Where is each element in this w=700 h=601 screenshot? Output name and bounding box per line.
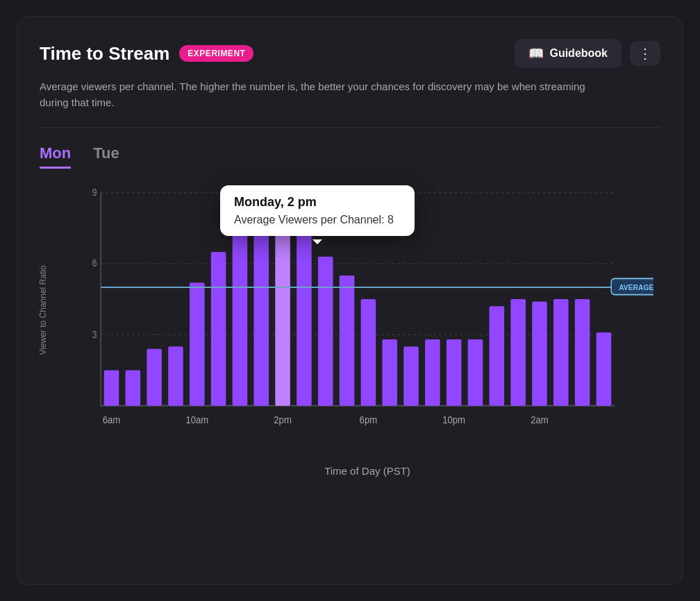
more-button[interactable]: ⋮: [630, 41, 660, 66]
svg-rect-20: [361, 299, 376, 406]
svg-rect-9: [126, 370, 141, 405]
svg-rect-16: [275, 221, 290, 406]
svg-rect-24: [447, 339, 462, 406]
divider: [40, 127, 660, 128]
svg-text:2pm: 2pm: [274, 414, 292, 425]
svg-text:10am: 10am: [185, 414, 208, 425]
guidebook-label: Guidebook: [549, 47, 608, 60]
svg-rect-13: [211, 252, 226, 406]
svg-rect-17: [297, 221, 312, 406]
svg-text:AVERAGE: 5: AVERAGE: 5: [619, 283, 653, 292]
tab-mon[interactable]: Mon: [40, 144, 71, 169]
svg-text:6pm: 6pm: [360, 414, 378, 425]
experiment-badge: EXPERIMENT: [179, 45, 253, 62]
svg-rect-12: [190, 282, 205, 405]
day-tabs: Mon Tue Wed Thu Fri Sat Sun: [40, 144, 660, 169]
svg-rect-14: [233, 235, 248, 406]
more-icon: ⋮: [638, 46, 652, 61]
page-title: Time to Stream: [40, 43, 169, 65]
svg-text:10pm: 10pm: [442, 414, 465, 425]
book-icon: 📖: [528, 46, 544, 61]
tab-tue[interactable]: Tue: [93, 144, 119, 169]
svg-rect-15: [253, 221, 269, 406]
chart-area: Monday, 2 pm Average Viewers per Channel…: [81, 185, 653, 435]
main-card: Time to Stream EXPERIMENT 📖 Guidebook ⋮ …: [17, 16, 683, 585]
guidebook-button[interactable]: 📖 Guidebook: [515, 39, 622, 68]
svg-rect-23: [425, 339, 440, 406]
svg-rect-19: [340, 276, 355, 406]
header: Time to Stream EXPERIMENT 📖 Guidebook ⋮: [40, 39, 660, 68]
chart-container: Viewer to Channel Ratio Monday, 2 pm Ave…: [40, 185, 660, 477]
svg-rect-11: [168, 346, 183, 405]
svg-rect-27: [510, 299, 526, 406]
svg-rect-10: [147, 349, 162, 406]
svg-text:6: 6: [92, 257, 97, 269]
svg-rect-25: [468, 339, 483, 406]
x-axis-label: Time of Day (PST): [81, 465, 653, 477]
svg-rect-22: [403, 346, 419, 405]
chart-svg: 3696am10am2pm6pm10pm2amAVERAGE: 5: [81, 185, 653, 435]
y-axis-label-container: Viewer to Channel Ratio: [33, 185, 53, 435]
svg-rect-18: [318, 257, 333, 406]
svg-rect-29: [553, 299, 569, 406]
svg-text:3: 3: [92, 329, 97, 340]
svg-rect-8: [104, 370, 119, 405]
svg-rect-31: [597, 332, 612, 406]
svg-rect-21: [382, 339, 397, 406]
svg-rect-26: [490, 306, 505, 405]
header-left: Time to Stream EXPERIMENT: [40, 43, 253, 65]
y-axis-label: Viewer to Channel Ratio: [38, 265, 48, 355]
description-text: Average viewers per channel. The higher …: [40, 79, 609, 110]
svg-rect-28: [532, 302, 547, 406]
svg-text:6am: 6am: [103, 414, 121, 425]
svg-rect-30: [575, 299, 590, 406]
svg-text:2am: 2am: [531, 414, 549, 425]
header-right: 📖 Guidebook ⋮: [515, 39, 660, 68]
svg-text:9: 9: [92, 187, 97, 198]
